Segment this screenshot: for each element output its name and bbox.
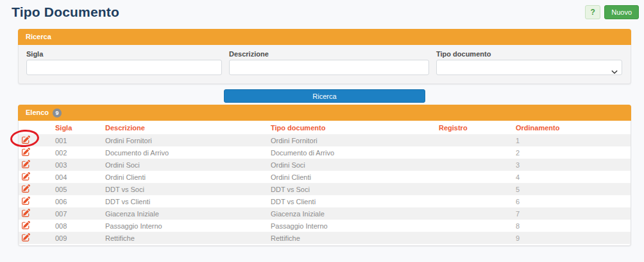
cell-registro [432, 159, 509, 171]
list-panel: Elenco 9 Sigla Descrizione Tipo document… [18, 105, 631, 246]
cell-descrizione: Giacenza Iniziale [99, 207, 264, 220]
cell-registro [432, 232, 509, 244]
field-sigla: Sigla [26, 50, 222, 75]
cell-tipo-documento: Documento di Arrivo [264, 146, 432, 159]
sigla-label: Sigla [26, 50, 222, 58]
column-header-sigla: Sigla [49, 121, 99, 134]
table-row: 009 Rettifiche Rettifiche 9 [19, 232, 631, 244]
cell-descrizione: Ordini Fornitori [99, 134, 264, 146]
cell-ordinamento: 6 [509, 195, 631, 207]
cell-tipo-documento: DDT vs Soci [264, 183, 432, 195]
cell-sigla: 005 [49, 183, 99, 195]
cell-ordinamento: 3 [509, 159, 631, 171]
cell-descrizione: Passaggio Interno [99, 220, 264, 232]
help-button[interactable]: ? [585, 5, 600, 19]
column-header-registro: Registro [432, 121, 509, 134]
column-header-edit [19, 121, 49, 134]
table-row: 008 Passaggio Interno Passaggio Interno … [19, 220, 631, 232]
cell-edit [19, 195, 49, 207]
cell-descrizione: DDT vs Soci [99, 183, 264, 195]
cell-registro [432, 183, 509, 195]
column-header-tipo-documento: Tipo documento [264, 121, 432, 134]
cell-descrizione: Ordini Soci [99, 159, 264, 171]
edit-icon[interactable] [22, 197, 30, 205]
new-button[interactable]: Nuovo [604, 5, 639, 19]
cell-edit [19, 232, 49, 244]
list-panel-title: Elenco [26, 105, 49, 121]
cell-descrizione: DDT vs Clienti [99, 195, 264, 207]
cell-registro [432, 134, 509, 146]
field-tipo-documento: Tipo documento [436, 50, 622, 75]
tipo-documento-select[interactable] [436, 60, 622, 75]
document-types-table: Sigla Descrizione Tipo documento Registr… [19, 121, 631, 244]
cell-descrizione: Ordini Clienti [99, 171, 264, 183]
table-header-row: Sigla Descrizione Tipo documento Registr… [19, 121, 631, 134]
topbar: Tipo Documento ? Nuovo [0, 0, 644, 29]
descrizione-label: Descrizione [229, 50, 429, 58]
edit-icon[interactable] [22, 209, 30, 217]
cell-sigla: 008 [49, 220, 99, 232]
edit-icon[interactable] [22, 160, 30, 168]
cell-tipo-documento: Rettifiche [264, 232, 432, 244]
cell-tipo-documento: Giacenza Iniziale [264, 207, 432, 220]
edit-icon[interactable] [22, 172, 30, 180]
cell-sigla: 002 [49, 146, 99, 159]
cell-descrizione: Rettifiche [99, 232, 264, 244]
cell-registro [432, 171, 509, 183]
cell-edit [19, 207, 49, 220]
cell-sigla: 001 [49, 134, 99, 146]
cell-tipo-documento: Ordini Fornitori [264, 134, 432, 146]
cell-ordinamento: 9 [509, 232, 631, 244]
cell-ordinamento: 1 [509, 134, 631, 146]
search-button[interactable]: Ricerca [224, 89, 425, 103]
cell-descrizione: Documento di Arrivo [99, 146, 264, 159]
table-row: 004 Ordini Clienti Ordini Clienti 4 [19, 171, 631, 183]
cell-edit [19, 146, 49, 159]
cell-sigla: 004 [49, 171, 99, 183]
cell-edit [19, 134, 49, 146]
cell-registro [432, 195, 509, 207]
edit-icon[interactable] [22, 135, 30, 144]
edit-icon[interactable] [22, 184, 30, 193]
column-header-descrizione: Descrizione [99, 121, 264, 134]
table-row: 002 Documento di Arrivo Documento di Arr… [19, 146, 631, 159]
page-title: Tipo Documento [12, 4, 119, 20]
cell-edit [19, 220, 49, 232]
table-row: 005 DDT vs Soci DDT vs Soci 5 [19, 183, 631, 195]
search-panel-header: Ricerca [18, 29, 631, 45]
cell-ordinamento: 8 [509, 220, 631, 232]
edit-icon[interactable] [22, 148, 30, 156]
list-panel-header: Elenco 9 [18, 105, 631, 121]
table-body: 001 Ordini Fornitori Ordini Fornitori 1 … [19, 134, 631, 244]
cell-tipo-documento: Passaggio Interno [264, 220, 432, 232]
count-badge: 9 [53, 109, 62, 118]
cell-sigla: 006 [49, 195, 99, 207]
descrizione-input[interactable] [229, 60, 429, 75]
cell-edit [19, 159, 49, 171]
cell-tipo-documento: DDT vs Clienti [264, 195, 432, 207]
cell-registro [432, 146, 509, 159]
list-bottom-pad [19, 244, 631, 245]
edit-icon[interactable] [22, 221, 30, 229]
cell-tipo-documento: Ordini Clienti [264, 171, 432, 183]
cell-registro [432, 220, 509, 232]
table-row: 001 Ordini Fornitori Ordini Fornitori 1 [19, 134, 631, 146]
search-panel: Ricerca Sigla Descrizione Tipo documento [18, 29, 631, 84]
edit-icon[interactable] [22, 233, 30, 241]
cell-ordinamento: 2 [509, 146, 631, 159]
cell-ordinamento: 7 [509, 207, 631, 220]
cell-ordinamento: 5 [509, 183, 631, 195]
top-actions: ? Nuovo [585, 5, 639, 19]
submit-row: Ricerca [18, 89, 631, 103]
sigla-input[interactable] [26, 60, 222, 75]
field-descrizione: Descrizione [229, 50, 429, 75]
search-form: Sigla Descrizione Tipo documento [18, 45, 631, 84]
table-row: 006 DDT vs Clienti DDT vs Clienti 6 [19, 195, 631, 207]
cell-sigla: 007 [49, 207, 99, 220]
table-row: 003 Ordini Soci Ordini Soci 3 [19, 159, 631, 171]
cell-sigla: 009 [49, 232, 99, 244]
column-header-ordinamento: Ordinamento [509, 121, 631, 134]
cell-registro [432, 207, 509, 220]
cell-tipo-documento: Ordini Soci [264, 159, 432, 171]
cell-edit [19, 183, 49, 195]
